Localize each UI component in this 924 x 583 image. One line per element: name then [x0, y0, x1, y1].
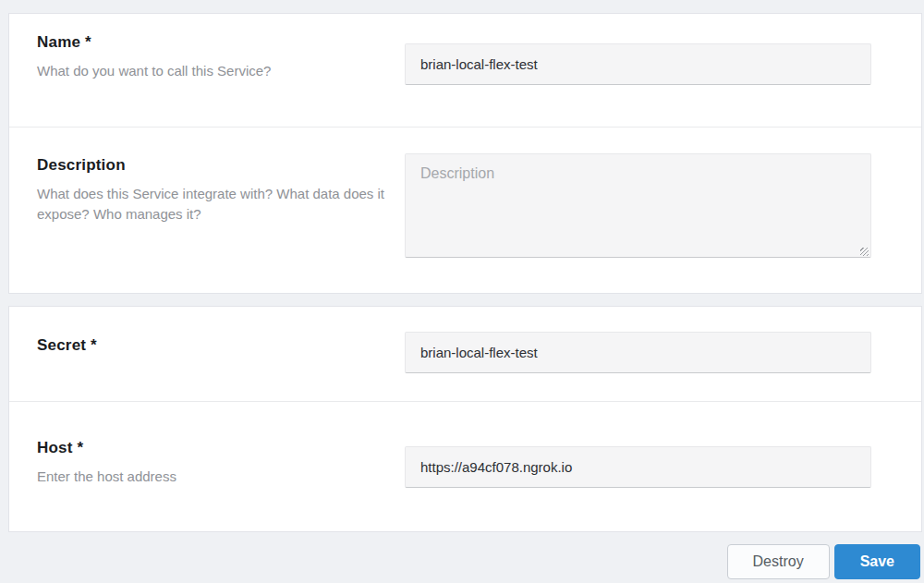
card-gap	[0, 294, 924, 306]
secret-label: Secret *	[37, 336, 405, 355]
name-input[interactable]	[405, 43, 871, 85]
description-textarea-wrap	[405, 153, 871, 261]
name-field-labels: Name * What do you want to call this Ser…	[37, 14, 405, 127]
save-button[interactable]: Save	[834, 544, 920, 579]
host-field-control	[405, 402, 871, 531]
host-input[interactable]	[405, 446, 871, 488]
destroy-button[interactable]: Destroy	[727, 544, 830, 579]
description-field-labels: Description What does this Service integ…	[37, 128, 405, 293]
form-actions-bar: Destroy Save	[0, 532, 924, 583]
secret-input[interactable]	[405, 332, 871, 373]
service-settings-page: Name * What do you want to call this Ser…	[0, 0, 924, 583]
secret-field-control	[405, 307, 871, 401]
host-field-row: Host * Enter the host address	[9, 402, 921, 531]
description-textarea[interactable]	[405, 153, 871, 258]
description-helper-text: What does this Service integrate with? W…	[37, 184, 405, 225]
description-label: Description	[37, 156, 405, 175]
name-label: Name *	[37, 33, 405, 52]
description-field-row: Description What does this Service integ…	[9, 128, 921, 293]
host-helper-text: Enter the host address	[37, 467, 405, 487]
secret-field-labels: Secret *	[37, 307, 405, 401]
host-label: Host *	[37, 439, 405, 457]
name-field-control	[405, 14, 871, 127]
secret-field-row: Secret *	[9, 307, 921, 401]
description-field-control	[405, 128, 871, 293]
name-field-row: Name * What do you want to call this Ser…	[9, 14, 921, 127]
host-field-labels: Host * Enter the host address	[37, 402, 405, 531]
secret-host-card: Secret * Host * Enter the host address	[8, 306, 922, 532]
name-description-card: Name * What do you want to call this Ser…	[8, 13, 922, 294]
name-helper-text: What do you want to call this Service?	[37, 61, 405, 81]
